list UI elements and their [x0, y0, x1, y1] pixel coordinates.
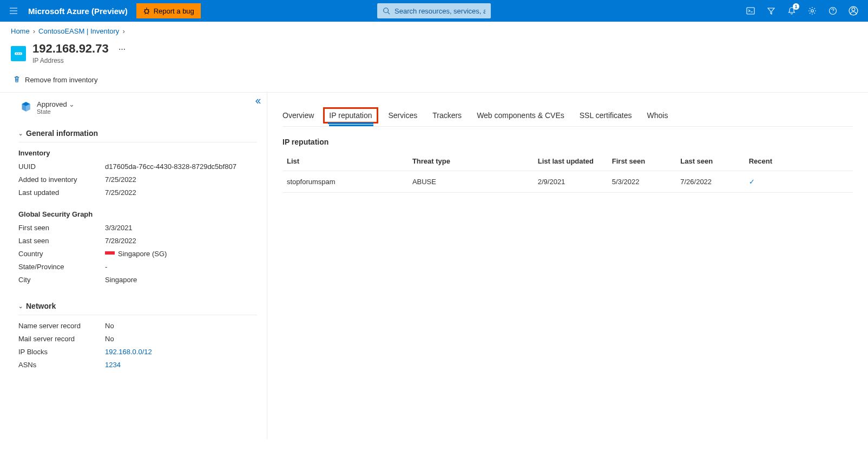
action-bar: Remove from inventory [0, 70, 868, 93]
tab-whois[interactable]: Whois [647, 107, 668, 126]
breadcrumb-home[interactable]: Home [11, 27, 30, 35]
remove-from-inventory-button[interactable]: Remove from inventory [11, 73, 100, 87]
stateprov-value: - [105, 263, 107, 271]
section-network-label: Network [26, 302, 56, 310]
state-selector[interactable]: Approved ⌄ State [21, 100, 257, 115]
notification-badge: 1 [793, 3, 799, 10]
chevron-down-icon: ⌄ [18, 303, 23, 309]
filter-button[interactable] [761, 0, 781, 22]
chevron-right-icon: › [122, 27, 124, 35]
svg-point-0 [144, 9, 148, 13]
person-icon [849, 6, 858, 16]
chevron-down-icon: ⌄ [18, 131, 23, 136]
tab-overview[interactable]: Overview [282, 107, 314, 126]
filter-icon [767, 6, 775, 15]
svg-point-3 [811, 10, 814, 12]
chevron-left-double-icon [255, 98, 261, 105]
left-detail-pane: Approved ⌄ State ⌄ General information I… [0, 93, 267, 439]
tab-ssl[interactable]: SSL certificates [580, 107, 632, 126]
section-general-header[interactable]: ⌄ General information [18, 125, 257, 142]
svg-rect-2 [747, 8, 754, 14]
lastseen-label: Last seen [18, 237, 105, 245]
section-general-label: General information [26, 129, 98, 138]
city-label: City [18, 276, 105, 284]
page-subtitle: IP Address [32, 57, 109, 64]
ipblocks-link[interactable]: 192.168.0.0/12 [105, 348, 152, 356]
tab-services[interactable]: Services [389, 107, 418, 126]
trash-icon [13, 75, 21, 84]
cell-recent: ✓ [745, 171, 853, 193]
more-actions-button[interactable]: ⋯ [119, 45, 126, 53]
mail-value: No [105, 335, 114, 343]
section-network-header[interactable]: ⌄ Network [18, 297, 257, 315]
gsg-heading: Global Security Graph [18, 210, 257, 218]
svg-point-1 [384, 8, 389, 13]
table-header-row: List Threat type List last updated First… [282, 152, 853, 171]
svg-point-9 [18, 53, 19, 54]
col-updated: List last updated [534, 152, 608, 171]
search-icon [383, 7, 390, 15]
chevron-down-icon: ⌄ [69, 100, 75, 108]
account-button[interactable] [843, 0, 864, 22]
col-first-seen: First seen [608, 152, 676, 171]
check-icon: ✓ [749, 178, 755, 186]
title-row: 192.168.92.73 IP Address ⋯ [0, 37, 868, 70]
svg-point-10 [19, 53, 21, 54]
cell-last-seen: 7/26/2022 [676, 171, 744, 193]
settings-button[interactable] [802, 0, 823, 22]
top-bar: Microsoft Azure (Preview) Report a bug 1 [0, 0, 868, 22]
highlight-box: IP reputation [323, 107, 378, 123]
collapse-pane-button[interactable] [255, 98, 261, 106]
breadcrumb: Home › ContosoEASM | Inventory › [0, 22, 868, 37]
tab-ip-reputation-label: IP reputation [329, 111, 372, 120]
country-label: Country [18, 250, 105, 258]
mail-label: Mail server record [18, 335, 105, 343]
cell-first-seen: 5/3/2022 [608, 171, 676, 193]
cloud-shell-icon [746, 6, 755, 15]
svg-point-8 [16, 53, 17, 54]
firstseen-label: First seen [18, 224, 105, 232]
gear-icon [808, 6, 817, 15]
help-button[interactable] [823, 0, 843, 22]
cell-threat: ABUSE [408, 171, 534, 193]
col-threat: Threat type [408, 152, 534, 171]
uuid-value: d17605da-76cc-4430-8328-8729dc5bf807 [105, 162, 236, 171]
updated-value: 7/25/2022 [105, 188, 136, 197]
asns-link[interactable]: 1234 [105, 361, 121, 369]
right-content-pane: Overview IP reputation Services Trackers… [267, 93, 868, 439]
lastseen-value: 7/28/2022 [105, 237, 136, 245]
uuid-label: UUID [18, 162, 105, 171]
state-label: State [37, 108, 75, 115]
inventory-heading: Inventory [18, 149, 257, 157]
tab-web-components[interactable]: Web components & CVEs [477, 107, 564, 126]
global-search[interactable] [377, 3, 491, 18]
country-value: Singapore (SG) [118, 250, 167, 258]
ip-reputation-table: List Threat type List last updated First… [282, 152, 853, 193]
asns-label: ASNs [18, 361, 105, 369]
updated-label: Last updated [18, 188, 105, 197]
cell-updated: 2/9/2021 [534, 171, 608, 193]
tab-bar: Overview IP reputation Services Trackers… [282, 93, 853, 127]
col-list: List [282, 152, 408, 171]
report-bug-button[interactable]: Report a bug [136, 3, 201, 18]
bug-icon [143, 7, 150, 15]
table-row: stopforumspam ABUSE 2/9/2021 5/3/2022 7/… [282, 171, 853, 193]
breadcrumb-resource[interactable]: ContosoEASM | Inventory [38, 27, 119, 35]
remove-label: Remove from inventory [25, 76, 97, 84]
hamburger-menu-button[interactable] [4, 0, 23, 22]
city-value: Singapore [105, 276, 137, 284]
chevron-right-icon: › [33, 27, 35, 35]
ipblocks-label: IP Blocks [18, 348, 105, 356]
page-title: 192.168.92.73 [32, 42, 109, 56]
notifications-button[interactable]: 1 [781, 0, 802, 22]
stateprov-label: State/Province [18, 263, 105, 271]
panel-title: IP reputation [282, 138, 853, 146]
tab-trackers[interactable]: Trackers [432, 107, 462, 126]
cloud-shell-button[interactable] [740, 0, 761, 22]
tab-ip-reputation[interactable]: IP reputation [329, 107, 373, 126]
search-input[interactable] [394, 7, 485, 15]
svg-point-5 [852, 8, 855, 11]
help-icon [828, 6, 837, 15]
col-last-seen: Last seen [676, 152, 744, 171]
ip-address-icon [11, 46, 26, 61]
